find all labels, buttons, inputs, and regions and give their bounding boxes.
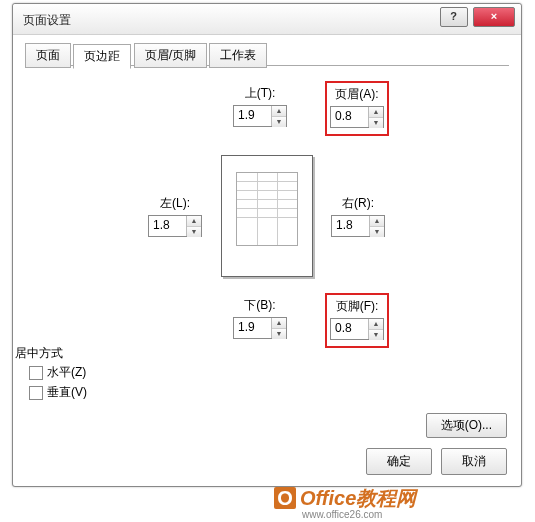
center-options: 水平(Z) 垂直(V): [15, 361, 87, 404]
window-buttons: ? ×: [438, 7, 515, 27]
label-footer: 页脚(F):: [330, 298, 384, 315]
dialog-body: 页面 页边距 页眉/页脚 工作表 上(T): 1.9 ▲▼ 页眉(A): 0.8…: [13, 35, 521, 485]
dialog-title: 页面设置: [23, 12, 71, 29]
tab-headerfooter[interactable]: 页眉/页脚: [134, 43, 207, 68]
page-preview: [221, 155, 313, 277]
value-top: 1.9: [238, 108, 255, 122]
label-horizontal: 水平(Z): [47, 365, 86, 379]
tab-margins[interactable]: 页边距: [73, 44, 131, 69]
field-right: 右(R): 1.8 ▲▼: [331, 195, 385, 240]
watermark-icon: O: [274, 487, 296, 509]
value-bottom: 1.9: [238, 320, 255, 334]
spinner-left[interactable]: 1.8 ▲▼: [148, 215, 202, 237]
tab-page[interactable]: 页面: [25, 43, 71, 68]
field-header-highlight: 页眉(A): 0.8 ▲▼: [325, 81, 389, 136]
spin-down-icon[interactable]: ▼: [187, 227, 201, 237]
value-left: 1.8: [153, 218, 170, 232]
label-bottom: 下(B):: [233, 297, 287, 314]
spinner-footer[interactable]: 0.8 ▲▼: [330, 318, 384, 340]
options-button[interactable]: 选项(O)...: [426, 413, 507, 438]
spinner-top[interactable]: 1.9 ▲▼: [233, 105, 287, 127]
spin-up-icon[interactable]: ▲: [370, 216, 384, 227]
page-preview-grid: [236, 172, 298, 246]
center-section-label: 居中方式: [15, 345, 63, 362]
checkbox-horizontal[interactable]: [29, 366, 43, 380]
label-header: 页眉(A):: [330, 86, 384, 103]
spin-up-icon[interactable]: ▲: [369, 107, 383, 118]
field-top: 上(T): 1.9 ▲▼: [233, 85, 287, 130]
value-right: 1.8: [336, 218, 353, 232]
field-bottom: 下(B): 1.9 ▲▼: [233, 297, 287, 342]
spin-down-icon[interactable]: ▼: [272, 117, 286, 127]
help-button[interactable]: ?: [440, 7, 468, 27]
spin-down-icon[interactable]: ▼: [369, 330, 383, 340]
spinner-right[interactable]: 1.8 ▲▼: [331, 215, 385, 237]
spin-down-icon[interactable]: ▼: [370, 227, 384, 237]
spin-up-icon[interactable]: ▲: [272, 318, 286, 329]
watermark: OOffice教程网 www.office26.com: [274, 485, 416, 520]
spin-down-icon[interactable]: ▼: [369, 118, 383, 128]
tab-sheet[interactable]: 工作表: [209, 43, 267, 68]
value-header: 0.8: [335, 109, 352, 123]
titlebar[interactable]: 页面设置 ? ×: [13, 4, 521, 35]
cancel-button[interactable]: 取消: [441, 448, 507, 475]
checkbox-vertical[interactable]: [29, 386, 43, 400]
spin-up-icon[interactable]: ▲: [369, 319, 383, 330]
field-footer-highlight: 页脚(F): 0.8 ▲▼: [325, 293, 389, 348]
spinner-header[interactable]: 0.8 ▲▼: [330, 106, 384, 128]
label-left: 左(L):: [148, 195, 202, 212]
close-button[interactable]: ×: [473, 7, 515, 27]
label-top: 上(T):: [233, 85, 287, 102]
tab-strip: 页面 页边距 页眉/页脚 工作表: [25, 43, 509, 66]
label-vertical: 垂直(V): [47, 385, 87, 399]
spin-up-icon[interactable]: ▲: [272, 106, 286, 117]
field-left: 左(L): 1.8 ▲▼: [148, 195, 202, 240]
spin-up-icon[interactable]: ▲: [187, 216, 201, 227]
value-footer: 0.8: [335, 321, 352, 335]
page-setup-dialog: 页面设置 ? × 页面 页边距 页眉/页脚 工作表 上(T): 1.9 ▲▼ 页…: [12, 3, 522, 487]
dialog-footer: 确定 取消: [360, 448, 507, 475]
spin-down-icon[interactable]: ▼: [272, 329, 286, 339]
watermark-brand: Office教程网: [300, 487, 416, 509]
ok-button[interactable]: 确定: [366, 448, 432, 475]
spinner-bottom[interactable]: 1.9 ▲▼: [233, 317, 287, 339]
label-right: 右(R):: [331, 195, 385, 212]
watermark-url: www.office26.com: [302, 509, 416, 520]
checkbox-vertical-row[interactable]: 垂直(V): [29, 384, 87, 401]
checkbox-horizontal-row[interactable]: 水平(Z): [29, 364, 87, 381]
